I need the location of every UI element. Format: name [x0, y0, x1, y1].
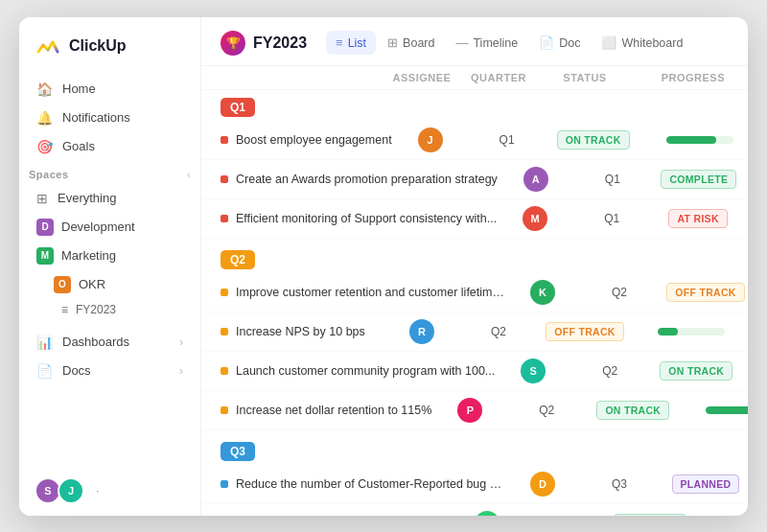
q1-label: Q1 [221, 98, 255, 117]
table-row[interactable]: Create manager development programs L Q3… [201, 504, 748, 516]
status-badge: COMPLETE [661, 170, 736, 189]
bell-icon: 🔔 [36, 110, 53, 126]
sidebar-item-everything[interactable]: ⊞ Everything [27, 184, 193, 213]
table-row[interactable]: Increase NPS by 10 bps R Q2 OFF TRACK [201, 312, 748, 352]
spaces-section: Spaces ‹ [19, 161, 200, 184]
status-badge: ON TRACK [614, 514, 686, 516]
home-icon: 🏠 [36, 81, 53, 97]
docs-icon: 📄 [36, 363, 53, 379]
grid-icon: ⊞ [36, 191, 48, 206]
fy2023-label: FY2023 [76, 303, 116, 316]
status-badge: ON TRACK [596, 401, 669, 420]
q3-section: Q3 Reduce the number of Customer-Reporte… [201, 434, 748, 516]
sidebar-item-fy2023[interactable]: ≡ FY2023 [27, 299, 193, 320]
avatar: L [475, 511, 500, 516]
task-bullet [221, 136, 228, 144]
tab-whiteboard[interactable]: ⬜ Whiteboard [592, 31, 692, 55]
avatar: S [521, 359, 546, 383]
goals-label: Goals [62, 139, 95, 153]
task-bullet [221, 480, 228, 488]
dashboards-chevron-icon: › [179, 335, 183, 349]
status-badge: ON TRACK [660, 361, 732, 381]
progress-bar [666, 136, 733, 144]
status-badge: ON TRACK [557, 130, 630, 150]
marketing-label: Marketing [61, 248, 116, 263]
task-name: Reduce the number of Customer-Reported b… [236, 477, 504, 491]
sidebar-item-marketing[interactable]: M Marketing [27, 242, 193, 270]
app-name: ClickUp [69, 37, 127, 55]
sidebar-nav: 🏠 Home 🔔 Notifications 🎯 Goals [19, 75, 200, 161]
quarter-value: Q1 [574, 173, 651, 186]
home-label: Home [62, 81, 96, 96]
avatar-user2[interactable]: J [58, 477, 84, 504]
okr-label: OKR [79, 277, 105, 291]
table-row[interactable]: Reduce the number of Customer-Reported b… [201, 465, 748, 504]
board-tab-label: Board [403, 36, 434, 50]
task-bullet [221, 215, 228, 222]
app-window: ClickUp 🏠 Home 🔔 Notifications 🎯 Goals S… [19, 17, 748, 516]
q3-label: Q3 [221, 442, 255, 461]
quarter-value: Q3 [581, 477, 658, 491]
table-row[interactable]: Improve customer retention and customer … [201, 273, 748, 312]
list-tab-label: List [348, 36, 366, 50]
spaces-nav: ⊞ Everything D Development M Marketing O… [19, 184, 200, 320]
dashboards-label: Dashboards [62, 335, 129, 349]
progress-bar [658, 328, 725, 335]
sidebar-item-goals[interactable]: 🎯 Goals [27, 132, 193, 161]
status-badge: OFF TRACK [546, 322, 623, 341]
sidebar-item-development[interactable]: D Development [27, 213, 193, 242]
sidebar-item-home[interactable]: 🏠 Home [27, 75, 193, 104]
sidebar-item-docs[interactable]: 📄 Docs › [27, 357, 193, 385]
whiteboard-tab-icon: ⬜ [601, 35, 616, 50]
task-name: Launch customer community program with 1… [236, 364, 495, 378]
avatar: J [418, 127, 443, 152]
table-row[interactable]: Increase net dollar retention to 115% P … [201, 391, 748, 430]
everything-label: Everything [58, 191, 116, 205]
tab-timeline[interactable]: — Timeline [446, 31, 527, 55]
progress-bar [706, 406, 748, 414]
table-row[interactable]: Create an Awards promotion preparation s… [201, 160, 748, 199]
avatar: P [457, 398, 482, 423]
goals-icon: 🎯 [36, 139, 53, 154]
task-bullet [221, 406, 228, 414]
fy2023-header-icon: 🏆 [221, 31, 245, 56]
docs-label: Docs [62, 363, 91, 378]
task-name: Increase net dollar retention to 115% [236, 404, 431, 417]
tab-list[interactable]: ≡ List [326, 31, 376, 55]
main-header: 🏆 FY2023 ≡ List ⊞ Board — Timeline 📄 [201, 17, 748, 66]
quarter-value: Q2 [581, 286, 658, 299]
avatar: A [523, 167, 548, 192]
task-bullet [221, 328, 228, 335]
tab-doc[interactable]: 📄 Doc [529, 31, 590, 55]
dashboard-icon: 📊 [36, 335, 53, 350]
table-row[interactable]: Efficient monitoring of Support consiste… [201, 199, 748, 239]
status-badge: AT RISK [668, 209, 727, 228]
logo-area: ClickUp [19, 33, 200, 75]
task-bullet [221, 289, 228, 296]
status-badge: PLANNED [672, 474, 740, 494]
sidebar-bottom-nav: 📊 Dashboards › 📄 Docs › [19, 328, 200, 385]
avatar-ellipsis: · [96, 483, 100, 497]
user-avatar-group: S J [35, 477, 84, 504]
marketing-dot: M [36, 247, 54, 265]
quarter-value: Q1 [469, 133, 546, 147]
sidebar-item-okr[interactable]: O OKR [27, 270, 193, 299]
sidebar-item-notifications[interactable]: 🔔 Notifications [27, 104, 193, 132]
sidebar-item-dashboards[interactable]: 📊 Dashboards › [27, 328, 193, 357]
quarter-value: Q2 [571, 364, 648, 378]
table-row[interactable]: Launch customer community program with 1… [201, 352, 748, 391]
spaces-chevron-icon[interactable]: ‹ [187, 169, 191, 180]
col-progress: PROGRESS [633, 72, 729, 83]
timeline-tab-icon: — [455, 35, 468, 50]
quarter-value: Q2 [460, 325, 537, 338]
q2-section: Q2 Improve customer retention and custom… [201, 243, 748, 430]
header-tabs: ≡ List ⊞ Board — Timeline 📄 Doc ⬜ Whi [326, 31, 692, 55]
okr-dot: O [54, 276, 71, 293]
task-name: Efficient monitoring of Support consiste… [236, 212, 497, 225]
table-header: ASSIGNEE QUARTER STATUS PROGRESS [201, 66, 748, 90]
tab-board[interactable]: ⊞ Board [378, 31, 444, 55]
col-task [221, 72, 384, 83]
table-area: ASSIGNEE QUARTER STATUS PROGRESS Q1 Boos… [201, 66, 748, 516]
table-row[interactable]: Boost employee engagement J Q1 ON TRACK [201, 121, 748, 160]
q2-label: Q2 [221, 250, 255, 269]
